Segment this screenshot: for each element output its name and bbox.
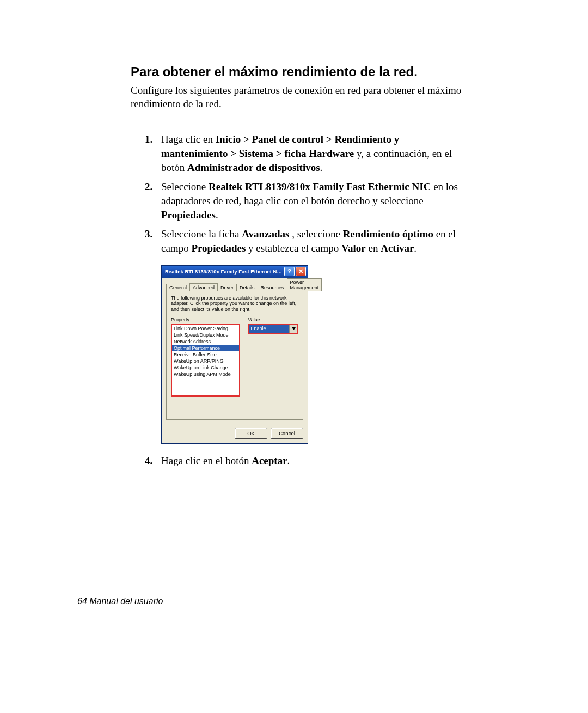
property-item[interactable]: Network Address	[172, 338, 239, 345]
tab-resources[interactable]: Resources	[258, 284, 287, 291]
value-selected: Enable	[249, 325, 289, 333]
tab-general[interactable]: General	[166, 284, 190, 291]
steps-list-continued: Haga clic en el botón Aceptar.	[145, 454, 465, 468]
tab-description: The following properties are available f…	[171, 295, 298, 313]
step-4: Haga clic en el botón Aceptar.	[145, 454, 465, 468]
property-listbox[interactable]: Link Down Power SavingLink Speed/Duplex …	[171, 324, 240, 397]
bold: Avanzadas	[242, 228, 289, 240]
property-item[interactable]: Receive Buffer Size	[172, 351, 239, 358]
step-3: Seleccione la ficha Avanzadas , seleccio…	[145, 227, 465, 255]
dialog-title: Realtek RTL8139/810x Family Fast Etherne…	[165, 269, 283, 275]
property-item[interactable]: Link Down Power Saving	[172, 325, 239, 332]
bold: Realtek RTL8139/810x Family Fast Ethermi…	[209, 181, 431, 192]
tab-details[interactable]: Details	[236, 284, 258, 291]
cancel-button[interactable]: Cancel	[271, 428, 303, 439]
text: y establezca el campo	[246, 242, 341, 254]
value-combobox[interactable]: Enable	[248, 324, 298, 334]
property-item[interactable]: WakeUp on ARP/PING	[172, 358, 239, 364]
text: .	[414, 242, 416, 254]
chevron-down-icon[interactable]	[289, 325, 297, 333]
page-footer: 64 Manual del usuario	[77, 596, 163, 606]
property-item[interactable]: WakeUp on Link Change	[172, 364, 239, 371]
text: .	[320, 162, 323, 173]
steps-list: Haga clic en Inicio > Panel de control >…	[145, 132, 465, 255]
tab-driver[interactable]: Driver	[217, 284, 237, 291]
ok-button[interactable]: OK	[235, 428, 267, 439]
text: .	[287, 455, 290, 466]
text: Haga clic en el botón	[161, 455, 252, 466]
bold: Administrador de dispositivos	[187, 162, 320, 173]
text: .	[216, 209, 218, 221]
properties-dialog: Realtek RTL8139/810x Family Fast Etherne…	[161, 265, 308, 444]
text: Haga clic en	[161, 133, 216, 145]
property-item[interactable]: WakeUp using APM Mode	[172, 371, 239, 377]
tab-advanced[interactable]: Advanced	[189, 283, 218, 291]
section-heading: Para obtener el máximo rendimiento de la…	[131, 64, 465, 80]
text: Seleccione	[161, 181, 209, 192]
bold: Valor	[341, 242, 366, 254]
step-1: Haga clic en Inicio > Panel de control >…	[145, 132, 465, 174]
property-item[interactable]: Link Speed/Duplex Mode	[172, 332, 239, 338]
bold: Aceptar	[252, 455, 287, 466]
bold: Propiedades	[161, 209, 216, 221]
value-label: Value:	[248, 317, 298, 322]
step-2: Seleccione Realtek RTL8139/810x Family F…	[145, 180, 465, 222]
text: en	[366, 242, 381, 254]
intro-text: Configure los siguientes parámetros de c…	[131, 84, 465, 111]
close-button[interactable]: ✕	[296, 267, 306, 276]
text: , seleccione	[290, 228, 343, 240]
bold: Rendimiento óptimo	[343, 228, 433, 240]
text: Seleccione la ficha	[161, 228, 242, 240]
help-button[interactable]: ?	[284, 267, 295, 276]
bold: Propiedades	[191, 242, 246, 254]
dialog-tabs: GeneralAdvancedDriverDetailsResourcesPow…	[166, 281, 303, 291]
tab-power-management[interactable]: Power Management	[287, 278, 322, 291]
tab-pane-advanced: The following properties are available f…	[166, 291, 303, 420]
bold: Activar	[381, 242, 414, 254]
property-label: Property:	[171, 317, 240, 322]
property-item[interactable]: Optimal Performance	[172, 345, 239, 351]
dialog-titlebar: Realtek RTL8139/810x Family Fast Etherne…	[162, 266, 308, 278]
